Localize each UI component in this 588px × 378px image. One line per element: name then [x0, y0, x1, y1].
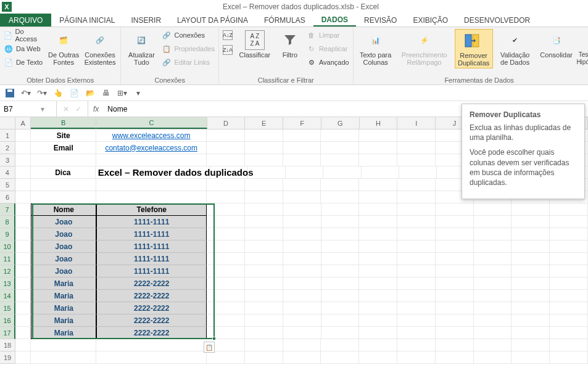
row-4[interactable]: 4: [0, 166, 15, 179]
cell-C4[interactable]: Excel – Remover dados duplicados: [96, 166, 210, 179]
cell-J16[interactable]: [436, 314, 474, 327]
cell-G3[interactable]: [321, 154, 359, 166]
cell-C19[interactable]: [96, 351, 207, 364]
filter-button[interactable]: Filtro: [277, 29, 303, 60]
from-web-button[interactable]: 🌐Da Web: [4, 43, 44, 55]
cell-J17[interactable]: [436, 327, 474, 339]
cell-D5[interactable]: [207, 179, 245, 191]
cell-F7[interactable]: [283, 203, 321, 216]
cell-L8[interactable]: [511, 216, 550, 228]
cell-E16[interactable]: [245, 314, 283, 327]
cell-E18[interactable]: [245, 339, 283, 351]
cell-M14[interactable]: [550, 290, 588, 302]
cell-C17[interactable]: 2222-2222: [96, 327, 207, 339]
consolidate-button[interactable]: 📑 Consolidar: [537, 29, 576, 60]
cell-G16[interactable]: [321, 314, 360, 327]
qat-print-button[interactable]: 🖶: [101, 88, 111, 98]
cell-F2[interactable]: [283, 142, 321, 154]
tab-formulas[interactable]: FÓRMULAS: [256, 14, 313, 27]
row-19[interactable]: 19: [0, 351, 15, 364]
cell-E2[interactable]: [245, 142, 283, 154]
text-to-columns-button[interactable]: 📊 Texto para Colunas: [357, 29, 394, 67]
qat-borders-button[interactable]: ⊞▾: [117, 88, 127, 98]
col-G[interactable]: G: [321, 117, 360, 129]
cell-I7[interactable]: [397, 203, 436, 216]
col-F[interactable]: F: [283, 117, 321, 129]
row-2[interactable]: 2: [0, 142, 15, 154]
cell-F13[interactable]: [283, 277, 321, 290]
cell-L10[interactable]: [511, 240, 550, 253]
row-12[interactable]: 12: [0, 265, 15, 277]
cell-L16[interactable]: [511, 314, 550, 327]
tab-home[interactable]: PÁGINA INICIAL: [51, 14, 123, 27]
cell-B5[interactable]: [31, 179, 96, 191]
cell-C2[interactable]: contato@exceleaccess.com: [96, 142, 207, 154]
cell-K19[interactable]: [474, 351, 512, 364]
cell-C5[interactable]: [96, 179, 207, 191]
cell-L14[interactable]: [511, 290, 550, 302]
cell-C12[interactable]: 1111-1111: [96, 265, 207, 277]
cell-H4[interactable]: [362, 166, 399, 179]
row-13[interactable]: 13: [0, 277, 15, 290]
cell-E12[interactable]: [245, 265, 283, 277]
cell-I18[interactable]: [397, 339, 436, 351]
tab-page-layout[interactable]: LAYOUT DA PÁGINA: [169, 14, 256, 27]
row-9[interactable]: 9: [0, 228, 15, 240]
cell-A11[interactable]: [15, 253, 31, 265]
whatif-button[interactable]: ❓ Teste de Hipóteses: [579, 29, 588, 67]
cell-B13[interactable]: Maria: [31, 277, 96, 290]
cell-D16[interactable]: [207, 314, 245, 327]
advanced-filter-button[interactable]: ⚙Avançado: [307, 56, 349, 68]
col-H[interactable]: H: [360, 117, 398, 129]
from-other-button[interactable]: 🗂️ De Outras Fontes: [48, 29, 80, 67]
cell-L9[interactable]: [511, 228, 550, 240]
cell-D6[interactable]: [207, 191, 245, 203]
cell-H15[interactable]: [359, 302, 397, 314]
row-14[interactable]: 14: [0, 290, 15, 302]
cell-H5[interactable]: [359, 179, 397, 191]
cell-H6[interactable]: [359, 191, 397, 203]
col-D[interactable]: D: [207, 117, 246, 129]
cell-G4[interactable]: [323, 166, 361, 179]
cell-G15[interactable]: [321, 302, 360, 314]
cell-B4[interactable]: Dica: [31, 166, 96, 179]
cell-A3[interactable]: [15, 154, 31, 166]
select-all-corner[interactable]: [0, 117, 15, 129]
enter-formula-icon[interactable]: ✓: [75, 105, 81, 113]
cell-I19[interactable]: [397, 351, 436, 364]
cell-F5[interactable]: [283, 179, 321, 191]
cell-C3[interactable]: [96, 154, 207, 166]
cell-I11[interactable]: [397, 253, 436, 265]
cell-D17[interactable]: [207, 327, 245, 339]
cell-J11[interactable]: [436, 253, 474, 265]
row-1[interactable]: 1: [0, 129, 15, 142]
cell-G8[interactable]: [321, 216, 360, 228]
cell-F4[interactable]: [286, 166, 323, 179]
cell-A2[interactable]: [15, 142, 31, 154]
cell-J13[interactable]: [436, 277, 474, 290]
cell-G10[interactable]: [321, 240, 360, 253]
row-6[interactable]: 6: [0, 191, 15, 203]
cell-D8[interactable]: [207, 216, 245, 228]
cell-A1[interactable]: [15, 129, 31, 142]
qat-redo-button[interactable]: ↷▾: [37, 88, 47, 98]
cell-H7[interactable]: [359, 203, 397, 216]
row-8[interactable]: 8: [0, 216, 15, 228]
cell-M16[interactable]: [550, 314, 588, 327]
name-box[interactable]: ▾: [0, 101, 57, 117]
cell-A10[interactable]: [15, 240, 31, 253]
cell-L18[interactable]: [511, 339, 550, 351]
cell-A16[interactable]: [15, 314, 31, 327]
flash-fill-button[interactable]: ⚡ Preenchimento Relâmpago: [398, 29, 451, 67]
cell-C15[interactable]: 2222-2222: [96, 302, 207, 314]
row-15[interactable]: 15: [0, 302, 15, 314]
row-17[interactable]: 17: [0, 327, 15, 339]
cell-A13[interactable]: [15, 277, 31, 290]
cell-D12[interactable]: [207, 265, 245, 277]
cell-E4[interactable]: [248, 166, 286, 179]
cell-K14[interactable]: [474, 290, 512, 302]
cell-E14[interactable]: [245, 290, 283, 302]
cell-D3[interactable]: [207, 154, 245, 166]
cell-I15[interactable]: [397, 302, 436, 314]
qat-save-button[interactable]: [5, 88, 15, 98]
